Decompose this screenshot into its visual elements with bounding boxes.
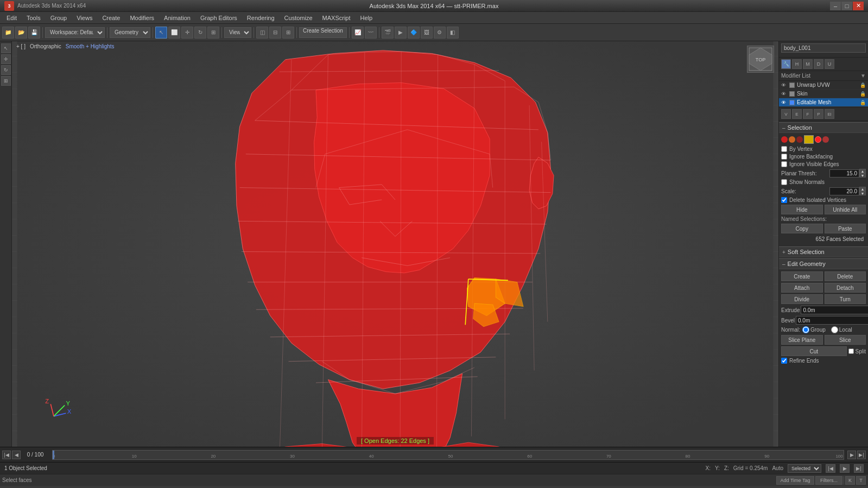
modifier-editable-mesh[interactable]: 👁 Editable Mesh 🔒 bbox=[779, 98, 868, 107]
cut-button[interactable]: Cut bbox=[781, 346, 847, 356]
split-checkbox[interactable] bbox=[848, 348, 854, 354]
menu-group[interactable]: Group bbox=[46, 14, 72, 22]
slice-plane-button[interactable]: Slice Plane bbox=[781, 335, 823, 345]
display-panel-button[interactable]: D bbox=[814, 59, 823, 69]
menu-maxscript[interactable]: MAXScript bbox=[318, 14, 355, 22]
scale-down[interactable]: ▼ bbox=[859, 191, 866, 195]
play-button[interactable]: ▶ bbox=[840, 464, 850, 473]
render-setup-button[interactable]: 🎬 bbox=[382, 27, 394, 39]
slice-button[interactable]: Slice bbox=[825, 335, 866, 345]
extra-button-2[interactable]: ◧ bbox=[447, 27, 459, 39]
create-button[interactable]: Create bbox=[781, 271, 823, 281]
modifier-eye-icon-2[interactable]: 👁 bbox=[781, 91, 786, 97]
time-next-button[interactable]: ▶ bbox=[847, 451, 856, 459]
render-frame-button[interactable]: 🖼 bbox=[421, 27, 433, 39]
mirror-button[interactable]: ◫ bbox=[256, 27, 268, 39]
menu-edit[interactable]: Edit bbox=[2, 14, 21, 22]
menu-help[interactable]: Help bbox=[356, 14, 377, 22]
scale-tool-button[interactable]: ⊞ bbox=[1, 76, 11, 86]
subobj-face-button[interactable]: F bbox=[803, 109, 813, 119]
paste-button[interactable]: Paste bbox=[825, 224, 866, 233]
copy-button[interactable]: Copy bbox=[781, 224, 823, 233]
modifier-eye-icon[interactable]: 👁 bbox=[781, 83, 786, 88]
attach-button[interactable]: Attach bbox=[781, 283, 823, 293]
motion-panel-button[interactable]: M bbox=[803, 59, 813, 69]
material-editor-button[interactable]: 🔷 bbox=[408, 27, 420, 39]
subobj-vertex-button[interactable]: V bbox=[781, 109, 791, 119]
move-tool-button[interactable]: ✛ bbox=[1, 54, 11, 64]
key-mode-button[interactable]: K bbox=[845, 476, 855, 485]
delete-isolated-checkbox[interactable] bbox=[781, 197, 787, 203]
menu-animation[interactable]: Animation bbox=[160, 14, 195, 22]
open-file-button[interactable]: 📂 bbox=[15, 27, 27, 39]
planar-thresh-field[interactable] bbox=[829, 169, 859, 178]
subobj-edge-button[interactable]: E bbox=[792, 109, 802, 119]
menu-views[interactable]: Views bbox=[72, 14, 97, 22]
filters-button[interactable]: Filters... bbox=[815, 476, 842, 485]
soft-selection-header[interactable]: + Soft Selection bbox=[779, 247, 868, 257]
view-select[interactable]: View bbox=[224, 27, 251, 38]
object-name-field[interactable] bbox=[781, 43, 866, 53]
ignore-visible-edges-checkbox[interactable] bbox=[781, 161, 787, 167]
viewport[interactable]: + [ ] Orthographic Smooth + Highlights bbox=[12, 41, 778, 447]
utilities-panel-button[interactable]: U bbox=[825, 59, 834, 69]
selection-header[interactable]: – Selection bbox=[779, 123, 868, 133]
local-radio[interactable] bbox=[831, 326, 838, 333]
subobj-element-button[interactable]: El bbox=[825, 109, 834, 119]
menu-customize[interactable]: Customize bbox=[280, 14, 317, 22]
refine-ends-checkbox[interactable] bbox=[781, 358, 787, 364]
menu-rendering[interactable]: Rendering bbox=[243, 14, 279, 22]
time-end-button[interactable]: ▶| bbox=[857, 451, 866, 459]
edit-geometry-header[interactable]: – Edit Geometry bbox=[779, 259, 868, 269]
hide-button[interactable]: Hide bbox=[781, 205, 823, 214]
detach-button[interactable]: Detach bbox=[825, 283, 866, 293]
scale-field[interactable] bbox=[829, 187, 859, 195]
object-type-select[interactable]: Geometry bbox=[110, 27, 150, 38]
align-button[interactable]: ⊟ bbox=[269, 27, 281, 39]
select-tool-button[interactable]: ↖ bbox=[1, 43, 11, 53]
menu-tools[interactable]: Tools bbox=[22, 14, 45, 22]
modify-panel-button[interactable]: 🔧 bbox=[781, 59, 791, 69]
add-time-tag-button[interactable]: Add Time Tag bbox=[776, 476, 814, 485]
divide-button[interactable]: Divide bbox=[781, 294, 823, 304]
scale-up[interactable]: ▲ bbox=[859, 187, 866, 191]
prev-frame-button[interactable]: |◀ bbox=[826, 464, 835, 473]
show-normals-checkbox[interactable] bbox=[781, 179, 787, 185]
render-button[interactable]: ▶ bbox=[395, 27, 407, 39]
edge-mode-dot[interactable] bbox=[789, 136, 795, 143]
extrude-field[interactable] bbox=[801, 306, 868, 314]
maximize-button[interactable]: □ bbox=[841, 2, 852, 10]
group-radio[interactable] bbox=[802, 326, 809, 333]
save-file-button[interactable]: 💾 bbox=[28, 27, 40, 39]
timeline-scrubber[interactable]: 0 10 20 30 40 50 60 70 80 90 100 bbox=[52, 450, 844, 460]
workspace-select[interactable]: Workspace: Default bbox=[45, 27, 105, 38]
vertex-mode-dot[interactable] bbox=[781, 136, 788, 143]
new-scene-button[interactable]: 📁 bbox=[2, 27, 14, 39]
select-object-button[interactable]: ↖ bbox=[155, 27, 167, 39]
time-prev-button[interactable]: ◀ bbox=[12, 451, 21, 459]
planar-thresh-up[interactable]: ▲ bbox=[859, 169, 866, 173]
unhide-all-button[interactable]: Unhide All bbox=[825, 205, 866, 214]
graph-button[interactable]: 📈 bbox=[352, 27, 364, 39]
time-start-button[interactable]: |◀ bbox=[2, 451, 11, 459]
element2-mode-dot[interactable] bbox=[822, 136, 829, 143]
curve-editor-button[interactable]: 〰 bbox=[365, 27, 377, 39]
create-selection-button[interactable]: Create Selection bbox=[299, 27, 347, 38]
ignore-backfacing-checkbox[interactable] bbox=[781, 154, 787, 160]
menu-modifiers[interactable]: Modifiers bbox=[125, 14, 159, 22]
layer-manager-button[interactable]: ⊞ bbox=[282, 27, 294, 39]
hierarchy-panel-button[interactable]: H bbox=[792, 59, 802, 69]
time-config-button[interactable]: T bbox=[856, 476, 866, 485]
element-mode-dot[interactable] bbox=[815, 136, 821, 143]
rotate-tool-button[interactable]: ↻ bbox=[1, 65, 11, 75]
modifier-unwrap-uvw[interactable]: 👁 Unwrap UVW 🔒 bbox=[779, 81, 868, 90]
extra-button-1[interactable]: ⚙ bbox=[434, 27, 446, 39]
menu-create[interactable]: Create bbox=[98, 14, 124, 22]
face-mode-dot[interactable] bbox=[796, 136, 803, 143]
modifier-eye-icon-3[interactable]: 👁 bbox=[781, 100, 786, 105]
select-rotate-button[interactable]: ↻ bbox=[194, 27, 206, 39]
turn-button[interactable]: Turn bbox=[825, 294, 866, 304]
modifier-skin[interactable]: 👁 Skin 🔒 bbox=[779, 90, 868, 98]
next-frame-button[interactable]: ▶| bbox=[854, 464, 864, 473]
by-vertex-checkbox[interactable] bbox=[781, 146, 787, 152]
